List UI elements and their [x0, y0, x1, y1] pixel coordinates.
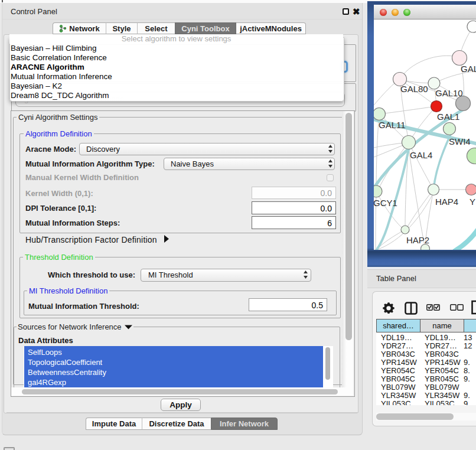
svg-text:Y: Y: [470, 197, 475, 207]
svg-text:GCY1: GCY1: [374, 198, 397, 208]
svg-text:GAL11: GAL11: [379, 120, 406, 130]
svg-text:GAL1: GAL1: [437, 112, 459, 122]
svg-text:GAL: GAL: [461, 64, 476, 74]
svg-text:GAL4: GAL4: [410, 150, 432, 160]
svg-text:SWI4: SWI4: [449, 136, 471, 146]
svg-text:GAL80: GAL80: [400, 84, 428, 94]
svg-text:HAP4: HAP4: [435, 197, 458, 207]
svg-text:GAL10: GAL10: [435, 88, 463, 98]
svg-text:HAP2: HAP2: [406, 235, 429, 245]
